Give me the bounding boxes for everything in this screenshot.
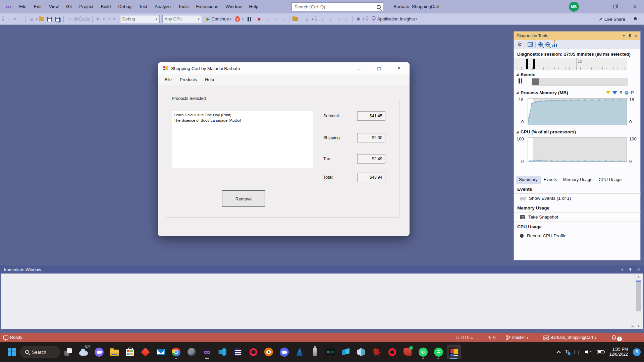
menu-tools[interactable]: Tools: [174, 0, 193, 13]
vs-close-button[interactable]: ×: [627, 0, 643, 13]
shopping-cart-app-taskbar-button[interactable]: [447, 345, 461, 359]
file-explorer-icon[interactable]: [107, 345, 121, 359]
continue-button[interactable]: Continue: [212, 16, 229, 21]
save-all-icon[interactable]: [54, 15, 61, 23]
take-snapshot-link[interactable]: Take Snapshot: [514, 213, 641, 222]
new-project-icon[interactable]: ⊞: [28, 15, 35, 23]
menu-extensions[interactable]: Extensions: [193, 0, 222, 13]
events-timeline-bar[interactable]: [532, 78, 628, 85]
notifications-bell[interactable]: 1: [611, 333, 622, 342]
hn-app-icon[interactable]: H()N: [323, 345, 337, 359]
menu-build[interactable]: Build: [97, 0, 114, 13]
hot-reload-icon[interactable]: [234, 15, 241, 23]
vs-restore-button[interactable]: [607, 0, 623, 13]
continue-dropdown-icon[interactable]: ▾: [230, 17, 231, 21]
form-menu-file[interactable]: File: [161, 74, 176, 85]
menu-project[interactable]: Project: [75, 0, 97, 13]
vs-minimize-button[interactable]: –: [587, 0, 602, 13]
cpu-section-header[interactable]: CPU (% of all processors): [514, 127, 641, 136]
pin-icon[interactable]: [628, 34, 632, 38]
spotify-icon[interactable]: [431, 345, 445, 359]
continue-play-icon[interactable]: ▶: [207, 16, 210, 21]
diamond-app-icon[interactable]: [138, 345, 152, 359]
back-dropdown-icon[interactable]: ▾: [14, 17, 16, 21]
mail-app-icon[interactable]: [154, 345, 168, 359]
volume-muted-icon[interactable]: ×: [585, 350, 592, 354]
form-menu-products[interactable]: Products: [176, 74, 201, 85]
game-sphere-app-icon[interactable]: [184, 345, 199, 359]
hot-reload-dropdown-icon[interactable]: ▾: [242, 17, 244, 21]
user-avatar[interactable]: MB: [569, 2, 579, 12]
tab-memory-usage[interactable]: Memory Usage: [560, 176, 595, 184]
form-menu-help[interactable]: Help: [201, 74, 218, 85]
step-out-icon[interactable]: ↑: [280, 15, 287, 23]
navigate-forward-icon[interactable]: →: [16, 15, 23, 23]
menu-git[interactable]: Git: [62, 0, 75, 13]
microsoft-store-icon[interactable]: [123, 345, 137, 359]
collapse-triangle-icon[interactable]: [516, 131, 519, 133]
timeline-ruler[interactable]: 1s: [514, 58, 627, 70]
tab-summary[interactable]: Summary: [516, 176, 541, 184]
menu-view[interactable]: View: [45, 0, 62, 13]
zoom-in-icon[interactable]: [538, 42, 543, 47]
vscode-icon[interactable]: [215, 345, 229, 359]
pin-icon[interactable]: [629, 267, 632, 272]
tab-events[interactable]: Events: [541, 176, 560, 184]
battery-icon[interactable]: [597, 350, 604, 354]
red-creature-app-icon[interactable]: [370, 345, 384, 359]
pending-changes-counter[interactable]: ✎ 0: [488, 333, 495, 342]
scrollbar-thumb[interactable]: [636, 282, 641, 311]
subtotal-value[interactable]: $41.45: [357, 111, 385, 121]
perf-tips-icon[interactable]: [552, 42, 557, 47]
toolbar-grip[interactable]: [315, 16, 317, 22]
notification-center-badge[interactable]: 5: [633, 348, 641, 356]
git-repo-selector[interactable]: Barbato_ShoppingCart ▴: [543, 333, 596, 342]
live-share-button[interactable]: ↗ Live Share: [599, 13, 625, 25]
navigate-back-icon[interactable]: ←: [6, 15, 13, 23]
start-button[interactable]: [5, 345, 19, 359]
form-maximize-button[interactable]: □: [372, 63, 386, 74]
scroll-up-icon[interactable]: ▲: [636, 274, 641, 279]
close-panel-icon[interactable]: ×: [635, 33, 638, 39]
opera-icon[interactable]: [385, 345, 399, 359]
test-explorer-icon[interactable]: ❖: [355, 15, 362, 23]
find-in-files-icon[interactable]: [291, 15, 299, 23]
cast-device-icon[interactable]: [575, 350, 580, 354]
eclipse-icon[interactable]: [231, 345, 245, 359]
send-feedback-icon[interactable]: ☻: [633, 15, 638, 21]
blender-icon[interactable]: [262, 345, 276, 359]
up-icon[interactable]: ↑: [343, 15, 350, 23]
menu-help[interactable]: Help: [246, 0, 262, 13]
save-icon[interactable]: [46, 15, 53, 23]
immediate-window-header[interactable]: Immediate Window ▾ ×: [0, 265, 644, 274]
list-item[interactable]: The Science of Body Language (Audio): [174, 118, 311, 123]
window-position-dropdown-icon[interactable]: ▾: [621, 267, 623, 272]
new-project-dropdown-icon[interactable]: ▾: [36, 17, 38, 21]
menu-edit[interactable]: Edit: [30, 0, 45, 13]
undo-dropdown-icon[interactable]: ▾: [103, 17, 105, 21]
diagnostics-settings-icon[interactable]: ⚙: [517, 41, 522, 48]
step-into-icon[interactable]: ↓: [264, 15, 271, 23]
list-item[interactable]: Learn Calculus in One Day (Print): [174, 112, 311, 118]
form-minimize-button[interactable]: –: [352, 63, 366, 74]
close-panel-icon[interactable]: ×: [637, 267, 640, 272]
form-close-button[interactable]: ×: [392, 63, 407, 74]
event-marker[interactable]: [532, 78, 539, 85]
vs-search-box[interactable]: [291, 2, 383, 11]
git-branch-selector[interactable]: master ▴: [506, 333, 528, 342]
status-ready[interactable]: Ready: [3, 333, 22, 342]
red-layers-app-icon[interactable]: [400, 345, 415, 359]
app-insights-dropdown-icon[interactable]: ▾: [416, 17, 417, 21]
unity-icon[interactable]: [354, 345, 368, 359]
break-event-marker[interactable]: [526, 59, 528, 69]
explorer-dropdown-icon[interactable]: ▾: [312, 17, 313, 21]
open-file-icon[interactable]: [38, 15, 45, 23]
scroll-down-icon[interactable]: ▼: [636, 324, 641, 328]
taskbar-search[interactable]: Search: [20, 346, 60, 358]
redo-dropdown-icon[interactable]: ▾: [113, 17, 115, 21]
solution-configuration-dropdown[interactable]: Debug▾: [120, 15, 160, 23]
shipping-value[interactable]: $2.00: [357, 133, 385, 142]
usb-tool-icon[interactable]: [308, 345, 322, 359]
undo-icon[interactable]: ↶: [95, 15, 102, 23]
tax-value[interactable]: $2.49: [357, 154, 385, 164]
